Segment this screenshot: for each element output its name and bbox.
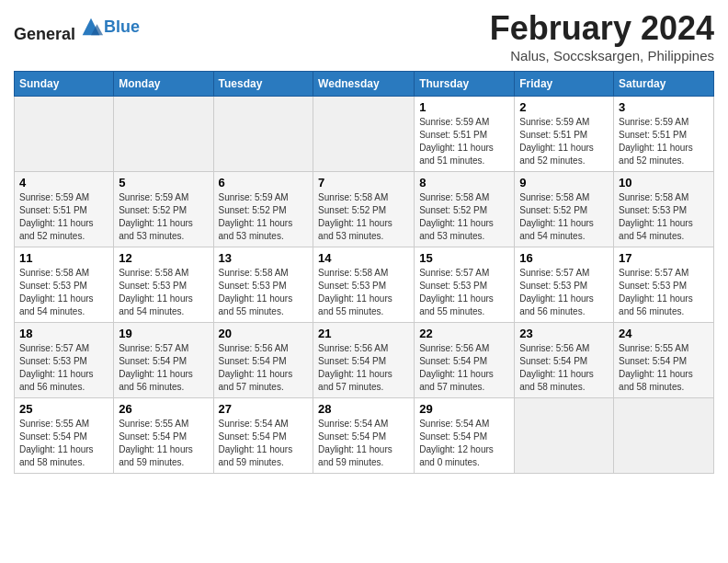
calendar-cell: 26Sunrise: 5:55 AM Sunset: 5:54 PM Dayli… <box>114 398 213 474</box>
header-monday: Monday <box>114 72 213 97</box>
day-number: 13 <box>219 251 309 265</box>
day-info: Sunrise: 5:55 AM Sunset: 5:54 PM Dayligh… <box>119 418 208 469</box>
day-info: Sunrise: 5:54 AM Sunset: 5:54 PM Dayligh… <box>419 418 509 469</box>
calendar-cell: 2Sunrise: 5:59 AM Sunset: 5:51 PM Daylig… <box>515 97 614 172</box>
calendar-cell: 5Sunrise: 5:59 AM Sunset: 5:52 PM Daylig… <box>114 172 213 247</box>
subtitle: Nalus, Soccsksargen, Philippines <box>490 48 714 63</box>
calendar-cell <box>614 398 714 474</box>
day-info: Sunrise: 5:56 AM Sunset: 5:54 PM Dayligh… <box>519 342 609 394</box>
calendar-cell <box>313 97 415 172</box>
calendar-cell: 8Sunrise: 5:58 AM Sunset: 5:52 PM Daylig… <box>415 172 515 247</box>
calendar-cell: 16Sunrise: 5:57 AM Sunset: 5:53 PM Dayli… <box>515 247 614 323</box>
logo-general: General <box>14 25 75 43</box>
calendar-header-row: SundayMondayTuesdayWednesdayThursdayFrid… <box>15 72 714 97</box>
day-info: Sunrise: 5:59 AM Sunset: 5:51 PM Dayligh… <box>419 116 509 167</box>
calendar-week-5: 25Sunrise: 5:55 AM Sunset: 5:54 PM Dayli… <box>15 398 714 474</box>
calendar-cell: 7Sunrise: 5:58 AM Sunset: 5:52 PM Daylig… <box>313 172 415 247</box>
calendar-cell: 6Sunrise: 5:59 AM Sunset: 5:52 PM Daylig… <box>213 172 313 247</box>
title-area: February 2024 Nalus, Soccsksargen, Phili… <box>490 9 714 63</box>
day-info: Sunrise: 5:55 AM Sunset: 5:54 PM Dayligh… <box>19 418 108 469</box>
main-title: February 2024 <box>490 9 714 48</box>
day-number: 7 <box>318 176 409 190</box>
calendar-cell: 9Sunrise: 5:58 AM Sunset: 5:52 PM Daylig… <box>515 172 614 247</box>
header-friday: Friday <box>515 72 614 97</box>
day-number: 21 <box>318 327 409 340</box>
calendar-cell: 13Sunrise: 5:58 AM Sunset: 5:53 PM Dayli… <box>213 247 313 323</box>
day-number: 9 <box>519 176 609 190</box>
calendar-cell: 27Sunrise: 5:54 AM Sunset: 5:54 PM Dayli… <box>213 398 313 474</box>
calendar-cell: 28Sunrise: 5:54 AM Sunset: 5:54 PM Dayli… <box>313 398 415 474</box>
calendar-cell: 20Sunrise: 5:56 AM Sunset: 5:54 PM Dayli… <box>213 323 313 398</box>
day-info: Sunrise: 5:58 AM Sunset: 5:52 PM Dayligh… <box>318 191 409 243</box>
day-info: Sunrise: 5:59 AM Sunset: 5:51 PM Dayligh… <box>619 116 709 167</box>
day-number: 14 <box>318 251 409 265</box>
calendar-cell: 24Sunrise: 5:55 AM Sunset: 5:54 PM Dayli… <box>614 323 714 398</box>
day-info: Sunrise: 5:59 AM Sunset: 5:52 PM Dayligh… <box>219 191 309 243</box>
calendar-cell: 14Sunrise: 5:58 AM Sunset: 5:53 PM Dayli… <box>313 247 415 323</box>
day-info: Sunrise: 5:58 AM Sunset: 5:53 PM Dayligh… <box>619 191 709 243</box>
day-number: 23 <box>519 327 609 340</box>
day-info: Sunrise: 5:58 AM Sunset: 5:52 PM Dayligh… <box>519 191 609 243</box>
calendar-table: SundayMondayTuesdayWednesdayThursdayFrid… <box>14 71 714 474</box>
day-number: 5 <box>119 176 208 190</box>
day-number: 27 <box>219 402 309 416</box>
page-header: General Blue February 2024 Nalus, Soccsk… <box>14 9 714 63</box>
day-number: 2 <box>519 100 609 114</box>
calendar-week-3: 11Sunrise: 5:58 AM Sunset: 5:53 PM Dayli… <box>15 247 714 323</box>
day-info: Sunrise: 5:57 AM Sunset: 5:53 PM Dayligh… <box>519 267 609 318</box>
day-info: Sunrise: 5:54 AM Sunset: 5:54 PM Dayligh… <box>318 418 409 469</box>
day-number: 15 <box>419 251 509 265</box>
day-info: Sunrise: 5:57 AM Sunset: 5:53 PM Dayligh… <box>419 267 509 318</box>
day-info: Sunrise: 5:59 AM Sunset: 5:51 PM Dayligh… <box>19 191 108 243</box>
calendar-cell: 10Sunrise: 5:58 AM Sunset: 5:53 PM Dayli… <box>614 172 714 247</box>
day-info: Sunrise: 5:58 AM Sunset: 5:53 PM Dayligh… <box>318 267 409 318</box>
calendar-cell: 1Sunrise: 5:59 AM Sunset: 5:51 PM Daylig… <box>415 97 515 172</box>
day-number: 6 <box>219 176 309 190</box>
day-info: Sunrise: 5:57 AM Sunset: 5:53 PM Dayligh… <box>19 342 108 394</box>
day-info: Sunrise: 5:56 AM Sunset: 5:54 PM Dayligh… <box>318 342 409 394</box>
day-number: 28 <box>318 402 409 416</box>
day-number: 3 <box>619 100 709 114</box>
calendar-cell: 22Sunrise: 5:56 AM Sunset: 5:54 PM Dayli… <box>415 323 515 398</box>
calendar-cell: 12Sunrise: 5:58 AM Sunset: 5:53 PM Dayli… <box>114 247 213 323</box>
day-number: 26 <box>119 402 208 416</box>
day-number: 20 <box>219 327 309 340</box>
header-tuesday: Tuesday <box>213 72 313 97</box>
calendar-cell: 17Sunrise: 5:57 AM Sunset: 5:53 PM Dayli… <box>614 247 714 323</box>
calendar-cell: 11Sunrise: 5:58 AM Sunset: 5:53 PM Dayli… <box>15 247 114 323</box>
calendar-cell <box>213 97 313 172</box>
day-number: 10 <box>619 176 709 190</box>
calendar-cell <box>15 97 114 172</box>
day-info: Sunrise: 5:54 AM Sunset: 5:54 PM Dayligh… <box>219 418 309 469</box>
day-info: Sunrise: 5:56 AM Sunset: 5:54 PM Dayligh… <box>219 342 309 394</box>
day-number: 12 <box>119 251 208 265</box>
calendar-cell: 4Sunrise: 5:59 AM Sunset: 5:51 PM Daylig… <box>15 172 114 247</box>
day-number: 8 <box>419 176 509 190</box>
calendar-week-1: 1Sunrise: 5:59 AM Sunset: 5:51 PM Daylig… <box>15 97 714 172</box>
day-info: Sunrise: 5:59 AM Sunset: 5:51 PM Dayligh… <box>519 116 609 167</box>
day-number: 19 <box>119 327 208 340</box>
day-number: 17 <box>619 251 709 265</box>
day-info: Sunrise: 5:58 AM Sunset: 5:52 PM Dayligh… <box>419 191 509 243</box>
day-number: 4 <box>19 176 108 190</box>
day-number: 25 <box>19 402 108 416</box>
calendar-week-4: 18Sunrise: 5:57 AM Sunset: 5:53 PM Dayli… <box>15 323 714 398</box>
calendar-cell: 21Sunrise: 5:56 AM Sunset: 5:54 PM Dayli… <box>313 323 415 398</box>
day-info: Sunrise: 5:59 AM Sunset: 5:52 PM Dayligh… <box>119 191 208 243</box>
calendar-cell: 23Sunrise: 5:56 AM Sunset: 5:54 PM Dayli… <box>515 323 614 398</box>
day-number: 24 <box>619 327 709 340</box>
calendar-week-2: 4Sunrise: 5:59 AM Sunset: 5:51 PM Daylig… <box>15 172 714 247</box>
calendar-cell: 19Sunrise: 5:57 AM Sunset: 5:54 PM Dayli… <box>114 323 213 398</box>
calendar-cell <box>515 398 614 474</box>
day-info: Sunrise: 5:57 AM Sunset: 5:54 PM Dayligh… <box>119 342 208 394</box>
header-wednesday: Wednesday <box>313 72 415 97</box>
calendar-cell <box>114 97 213 172</box>
calendar-cell: 18Sunrise: 5:57 AM Sunset: 5:53 PM Dayli… <box>15 323 114 398</box>
calendar-cell: 3Sunrise: 5:59 AM Sunset: 5:51 PM Daylig… <box>614 97 714 172</box>
day-number: 1 <box>419 100 509 114</box>
day-info: Sunrise: 5:58 AM Sunset: 5:53 PM Dayligh… <box>19 267 108 318</box>
day-info: Sunrise: 5:58 AM Sunset: 5:53 PM Dayligh… <box>119 267 208 318</box>
logo: General Blue <box>14 14 140 44</box>
calendar-cell: 15Sunrise: 5:57 AM Sunset: 5:53 PM Dayli… <box>415 247 515 323</box>
header-saturday: Saturday <box>614 72 714 97</box>
